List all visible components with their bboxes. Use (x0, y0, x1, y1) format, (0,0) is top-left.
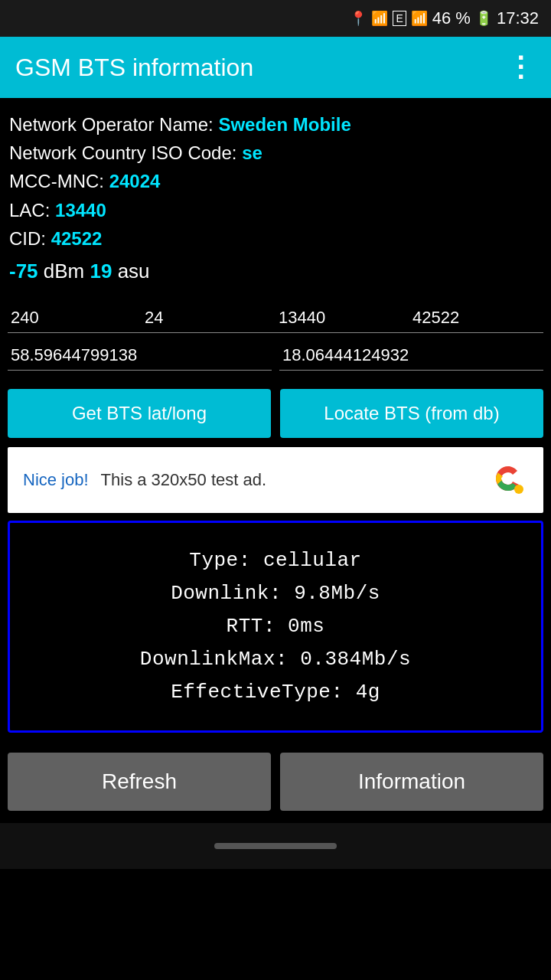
action-buttons-row: Get BTS lat/long Locate BTS (from db) (0, 383, 551, 444)
network-rtt-line: RTT: 0ms (22, 610, 529, 643)
signal-asu-value: 19 (90, 260, 112, 283)
network-type-line: Type: cellular (22, 544, 529, 577)
mcc-field-group (8, 305, 142, 333)
cid-input[interactable] (409, 305, 543, 333)
mcc-mnc-line: MCC-MNC: 24024 (9, 167, 542, 195)
location-icon: 📍 (350, 10, 367, 27)
time-text: 17:32 (497, 8, 539, 28)
signal-bars-icon: 📶 (411, 10, 428, 27)
lac-input[interactable] (276, 305, 409, 333)
signal-e-icon: E (393, 11, 406, 26)
cid-line: CID: 42522 (9, 224, 542, 253)
lng-input[interactable] (279, 342, 543, 371)
ad-banner[interactable]: Nice job! This a 320x50 test ad. (8, 447, 543, 513)
app-bar: GSM BTS information ⋮ (0, 37, 551, 98)
ad-nice-job: Nice job! (23, 470, 89, 490)
menu-button[interactable]: ⋮ (507, 51, 536, 83)
app-title: GSM BTS information (15, 54, 253, 82)
locate-bts-button[interactable]: Locate BTS (from db) (280, 389, 543, 438)
signal-dbm-label: dBm (38, 260, 90, 283)
country-label: Network Country ISO Code: (9, 142, 242, 163)
network-downlinkmax-line: DownlinkMax: 0.384Mb/s (22, 643, 529, 676)
sim-icon: 📶 (371, 10, 388, 27)
lng-field-group (279, 342, 543, 371)
svg-point-0 (488, 460, 528, 500)
country-code-line: Network Country ISO Code: se (9, 139, 542, 167)
battery-text: 46 % (432, 8, 471, 28)
country-value: se (242, 142, 262, 163)
battery-icon: 🔋 (475, 10, 492, 27)
network-effectivetype-line: EffectiveType: 4g (22, 676, 529, 709)
lac-field-group (276, 305, 409, 333)
bottom-buttons-row: Refresh Information (0, 740, 551, 823)
svg-point-1 (514, 485, 523, 494)
status-bar: 📍 📶 E 📶 46 % 🔋 17:32 (0, 0, 551, 37)
operator-value: Sweden Mobile (218, 114, 350, 135)
status-icons: 📍 📶 E 📶 46 % 🔋 17:32 (350, 8, 539, 28)
network-downlink-line: Downlink: 9.8Mb/s (22, 577, 529, 610)
signal-asu-label: asu (112, 260, 149, 283)
get-bts-button[interactable]: Get BTS lat/long (8, 389, 271, 438)
network-info-section: Network Operator Name: Sweden Mobile Net… (0, 98, 551, 292)
fields-row-2 (0, 336, 551, 383)
signal-line: -75 dBm 19 asu (9, 256, 542, 286)
bottom-nav (0, 823, 551, 869)
fields-row-1 (0, 292, 551, 336)
ad-text: This a 320x50 test ad. (101, 470, 476, 490)
information-button[interactable]: Information (280, 753, 543, 811)
ad-logo-icon (488, 460, 528, 500)
lac-line: LAC: 13440 (9, 196, 542, 224)
cid-field-group (409, 305, 543, 333)
mnc-field-group (142, 305, 276, 333)
operator-label: Network Operator Name: (9, 114, 218, 135)
mcc-input[interactable] (8, 305, 142, 333)
operator-name-line: Network Operator Name: Sweden Mobile (9, 110, 542, 139)
lat-field-group (8, 342, 272, 371)
cid-label: CID: (9, 228, 51, 249)
bottom-home-indicator (214, 843, 337, 849)
network-info-box: Type: cellular Downlink: 9.8Mb/s RTT: 0m… (8, 521, 543, 732)
cid-value: 42522 (51, 228, 103, 249)
mcc-mnc-value: 24024 (109, 171, 161, 191)
lac-label: LAC: (9, 200, 55, 220)
mnc-input[interactable] (142, 305, 276, 333)
mcc-mnc-label: MCC-MNC: (9, 171, 109, 191)
lat-input[interactable] (8, 342, 272, 371)
lac-value: 13440 (55, 200, 106, 220)
signal-dbm-value: -75 (9, 260, 38, 283)
refresh-button[interactable]: Refresh (8, 753, 271, 811)
